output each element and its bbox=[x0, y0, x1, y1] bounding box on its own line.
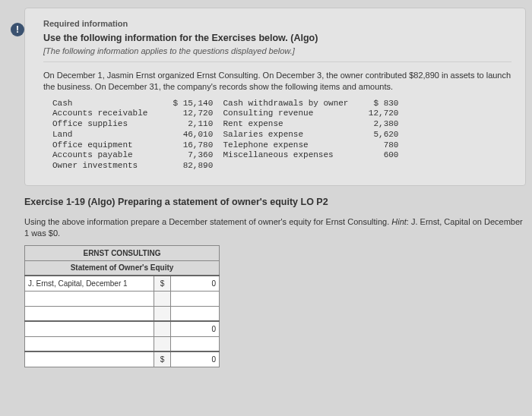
applies-note: [The following information applies to th… bbox=[43, 46, 511, 55]
ledger-table: Cash $ 15,140 Cash withdrawals by owner … bbox=[52, 99, 511, 172]
info-card: Required information Use the following i… bbox=[24, 8, 526, 186]
currency-sign-cell: $ bbox=[154, 351, 171, 367]
row-label-cell[interactable] bbox=[25, 321, 154, 336]
currency-sign-cell bbox=[154, 336, 171, 351]
intro-paragraph: On December 1, Jasmin Ernst organized Er… bbox=[43, 70, 511, 93]
value-cell[interactable] bbox=[171, 291, 220, 306]
row-label-cell[interactable] bbox=[25, 306, 154, 321]
row-label-cell[interactable]: J. Ernst, Capital, December 1 bbox=[25, 276, 154, 291]
instruction-text-a: Using the above information prepare a De… bbox=[24, 217, 391, 226]
use-info-heading: Use the following information for the Ex… bbox=[43, 33, 511, 43]
currency-sign-cell bbox=[154, 291, 171, 306]
value-cell[interactable]: 0 bbox=[171, 276, 220, 291]
table-row bbox=[25, 291, 220, 306]
worksheet-title-row: ERNST CONSULTING bbox=[25, 245, 220, 260]
currency-sign-cell bbox=[154, 321, 171, 336]
currency-sign-cell: $ bbox=[154, 276, 171, 291]
divider bbox=[43, 61, 511, 62]
alert-icon: ! bbox=[11, 23, 24, 36]
value-cell[interactable] bbox=[171, 306, 220, 321]
table-row bbox=[25, 336, 220, 351]
value-cell[interactable]: 0 bbox=[171, 321, 220, 336]
value-cell[interactable] bbox=[171, 336, 220, 351]
hint-label: Hint bbox=[391, 217, 407, 226]
table-row: 0 bbox=[25, 321, 220, 336]
exercise-instruction: Using the above information prepare a De… bbox=[24, 216, 526, 239]
table-row: $ 0 bbox=[25, 351, 220, 367]
exercise-section: Exercise 1-19 (Algo) Preparing a stateme… bbox=[24, 197, 526, 367]
currency-sign-cell bbox=[154, 306, 171, 321]
row-label-cell[interactable] bbox=[25, 336, 154, 351]
exercise-heading: Exercise 1-19 (Algo) Preparing a stateme… bbox=[24, 197, 526, 207]
worksheet-subtitle-row: Statement of Owner's Equity bbox=[25, 260, 220, 276]
worksheet-subtitle: Statement of Owner's Equity bbox=[25, 260, 220, 276]
row-label-cell[interactable] bbox=[25, 351, 154, 367]
value-cell[interactable]: 0 bbox=[171, 351, 220, 367]
required-info-label: Required information bbox=[43, 19, 511, 28]
row-label-cell[interactable] bbox=[25, 291, 154, 306]
worksheet-title: ERNST CONSULTING bbox=[25, 245, 220, 260]
table-row: J. Ernst, Capital, December 1 $ 0 bbox=[25, 276, 220, 291]
worksheet-table: ERNST CONSULTING Statement of Owner's Eq… bbox=[24, 245, 220, 367]
table-row bbox=[25, 306, 220, 321]
